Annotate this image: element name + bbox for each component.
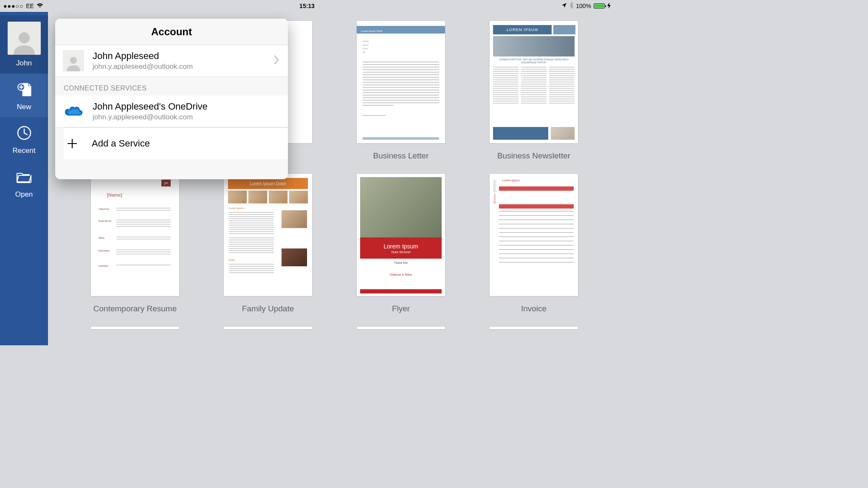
chevron-right-icon [273,55,279,66]
template-caption: Contemporary Resume [93,304,177,313]
sidebar-item-recent[interactable]: Recent [0,117,48,161]
template-caption: Business Letter [373,151,429,161]
add-service-row[interactable]: Add a Service [64,127,288,159]
sidebar-item-new[interactable]: New [0,73,48,117]
clock-icon [15,124,34,142]
template-thumb [356,326,445,330]
wifi-icon [37,3,43,9]
template-thumb [489,326,578,330]
svg-point-0 [19,32,30,43]
template-thumb: Lorem Ipsum Dolor LoremIpsumDolorSit [356,20,445,144]
template-card-flyer[interactable]: Lorem IpsumDolor Sit Amet Fusce Est Viva… [356,173,445,313]
avatar-icon [63,50,84,71]
template-thumb [90,326,180,330]
template-card[interactable] [489,326,578,330]
template-card-contemporary-resume[interactable]: yn [Name] Objective Experience Skills Ed… [90,173,180,313]
connected-services-header: CONNECTED SERVICES [55,77,288,96]
template-card[interactable] [356,326,445,330]
popover-header: Account [55,19,288,45]
template-caption: Family Update [242,304,294,313]
sidebar-recent-label: Recent [13,147,36,155]
template-thumb: LOREM IPSUM VIVAMUS PORTTITOR, ODIO NEC … [489,20,578,144]
clock: 15:13 [299,3,315,9]
template-thumb: Lorem Ipsum Dolor Lorem Ipsum… Dolor… [223,173,313,296]
carrier-label: EE [26,3,34,9]
template-caption: Business Newsletter [497,151,570,161]
sidebar-user-label: John [16,59,32,68]
template-card[interactable] [223,326,313,330]
service-email: john.y.appleseed@outlook.com [93,113,208,121]
location-icon [561,3,567,9]
sidebar-item-account[interactable]: John [0,15,48,73]
sidebar-open-label: Open [15,190,33,199]
svg-point-3 [70,57,77,64]
signal-dots: ●●●○○ [3,3,23,9]
template-card-family-update[interactable]: Lorem Ipsum Dolor Lorem Ipsum… Dolor… Fa… [223,173,313,313]
template-caption: Flyer [392,304,410,313]
template-card-business-newsletter[interactable]: LOREM IPSUM VIVAMUS PORTTITOR, ODIO NEC … [489,20,578,161]
charging-icon [607,3,611,10]
popover-title: Account [151,26,192,38]
ios-statusbar: ●●●○○ EE 15:13 100% [0,0,614,12]
account-email: john.y.appleseed@outlook.com [93,62,193,71]
account-row[interactable]: John Appleseed john.y.appleseed@outlook.… [55,45,288,77]
bluetooth-icon [569,2,573,10]
template-card[interactable] [90,326,180,330]
onedrive-icon [63,101,84,122]
sidebar: John New Recent Open [0,12,48,345]
avatar [8,22,41,55]
battery-pct: 100% [576,3,591,9]
sidebar-new-label: New [17,103,31,111]
plus-icon [64,133,81,154]
service-row-onedrive[interactable]: John Appleseed's OneDrive john.y.applese… [55,96,288,127]
template-card-business-letter[interactable]: Lorem Ipsum Dolor LoremIpsumDolorSit Bus… [356,20,445,161]
template-thumb: Lorem IpsumDolor Sit Amet Fusce Est Viva… [356,173,445,296]
folder-open-icon [15,167,34,186]
template-thumb: yn [Name] Objective Experience Skills Ed… [90,173,180,296]
account-popover: Account John Appleseed john.y.appleseed@… [55,19,288,179]
template-thumb [223,326,313,330]
add-service-label: Add a Service [92,138,150,149]
sidebar-item-open[interactable]: Open [0,161,48,205]
battery-icon [594,3,605,8]
template-card-invoice[interactable]: Dolor [0000] Lorem Ipsum Invoice [489,173,578,313]
service-name: John Appleseed's OneDrive [93,101,208,112]
template-thumb: Dolor [0000] Lorem Ipsum [489,173,578,296]
account-name: John Appleseed [93,51,193,62]
new-document-icon [15,80,34,99]
template-caption: Invoice [521,304,547,313]
